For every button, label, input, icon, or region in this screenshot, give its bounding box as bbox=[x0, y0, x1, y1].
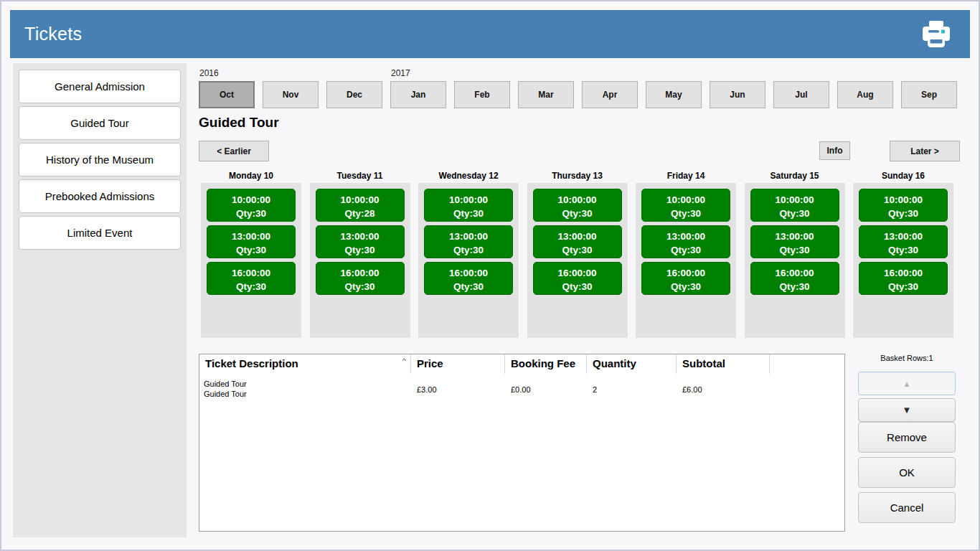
day-panel: 10:00:00 Qty:30 13:00:00 Qty:30 16:00:00… bbox=[418, 183, 519, 338]
month-tab-may[interactable]: May bbox=[646, 81, 702, 108]
cell-price: £3.00 bbox=[411, 379, 505, 399]
slot-qty: Qty:30 bbox=[534, 207, 621, 220]
time-slot-button[interactable]: 10:00:00 Qty:30 bbox=[750, 189, 839, 222]
slot-qty: Qty:30 bbox=[859, 281, 947, 293]
ok-button[interactable]: OK bbox=[858, 457, 956, 488]
cell-subtotal: £6.00 bbox=[677, 379, 770, 399]
time-slot-button[interactable]: 16:00:00 Qty:30 bbox=[750, 262, 839, 295]
day-column-saturday: Saturday 15 10:00:00 Qty:30 13:00:00 Qty… bbox=[745, 171, 845, 338]
time-slot-button[interactable]: 10:00:00 Qty:30 bbox=[533, 189, 622, 222]
time-slot-button[interactable]: 16:00:00 Qty:30 bbox=[859, 262, 948, 295]
cancel-button[interactable]: Cancel bbox=[858, 492, 956, 523]
sidebar-item-guided-tour[interactable]: Guided Tour bbox=[19, 106, 181, 140]
day-header: Friday 14 bbox=[636, 171, 736, 183]
sidebar-item-limited-event[interactable]: Limited Event bbox=[19, 216, 181, 250]
cell-booking-fee: £0.00 bbox=[505, 379, 587, 399]
time-slot-button[interactable]: 13:00:00 Qty:30 bbox=[859, 225, 948, 258]
move-down-button[interactable]: ▼ bbox=[858, 398, 956, 422]
column-header-label: Subtotal bbox=[682, 357, 725, 369]
day-header: Sunday 16 bbox=[853, 171, 953, 183]
month-tab-mar[interactable]: Mar bbox=[518, 81, 574, 108]
slot-time: 13:00:00 bbox=[207, 230, 295, 243]
slot-time: 13:00:00 bbox=[642, 230, 730, 243]
time-slot-button[interactable]: 10:00:00 Qty:30 bbox=[859, 189, 948, 222]
time-slot-button[interactable]: 16:00:00 Qty:30 bbox=[424, 262, 513, 295]
year-label-2016: 2016 bbox=[199, 68, 219, 78]
slot-time: 16:00:00 bbox=[751, 267, 839, 280]
month-tab-jan[interactable]: Jan bbox=[390, 81, 446, 108]
day-panel: 10:00:00 Qty:30 13:00:00 Qty:30 16:00:00… bbox=[201, 183, 301, 338]
slot-time: 16:00:00 bbox=[316, 267, 404, 280]
info-button[interactable]: Info bbox=[819, 141, 850, 160]
slot-qty: Qty:30 bbox=[207, 281, 295, 293]
time-slot-button[interactable]: 13:00:00 Qty:30 bbox=[207, 225, 296, 258]
time-slot-button[interactable]: 16:00:00 Qty:30 bbox=[207, 262, 296, 295]
column-header-price[interactable]: Price bbox=[411, 354, 505, 374]
day-column-thursday: Thursday 13 10:00:00 Qty:30 13:00:00 Qty… bbox=[527, 171, 628, 338]
slot-qty: Qty:30 bbox=[642, 281, 730, 293]
move-up-button[interactable]: ▲ bbox=[858, 372, 956, 395]
time-slot-button[interactable]: 16:00:00 Qty:30 bbox=[533, 262, 622, 295]
slot-qty: Qty:30 bbox=[534, 281, 621, 293]
table-row[interactable]: Guided Tour Guided Tour £3.00 £0.00 2 £6… bbox=[199, 374, 844, 399]
later-button[interactable]: Later > bbox=[890, 141, 960, 161]
day-panel: 10:00:00 Qty:30 13:00:00 Qty:30 16:00:00… bbox=[853, 183, 953, 338]
time-slot-button[interactable]: 13:00:00 Qty:30 bbox=[316, 225, 405, 258]
time-slot-button[interactable]: 13:00:00 Qty:30 bbox=[750, 225, 839, 258]
down-arrow-icon: ▼ bbox=[903, 405, 912, 415]
month-tab-apr[interactable]: Apr bbox=[582, 81, 638, 108]
column-header-label: Booking Fee bbox=[511, 357, 575, 369]
time-slot-button[interactable]: 13:00:00 Qty:30 bbox=[641, 225, 730, 258]
slot-qty: Qty:30 bbox=[207, 244, 295, 257]
slot-time: 10:00:00 bbox=[207, 194, 295, 207]
column-header-ticket-description[interactable]: Ticket Description ^ bbox=[199, 354, 411, 374]
earlier-button[interactable]: < Earlier bbox=[199, 141, 269, 161]
sidebar-item-prebooked-admissions[interactable]: Prebooked Admissions bbox=[19, 179, 181, 213]
basket-table: Ticket Description ^ Price Booking Fee Q… bbox=[199, 354, 845, 532]
day-column-sunday: Sunday 16 10:00:00 Qty:30 13:00:00 Qty:3… bbox=[853, 171, 953, 338]
slot-qty: Qty:30 bbox=[425, 207, 512, 220]
cell-ticket-description: Guided Tour Guided Tour bbox=[199, 379, 411, 399]
slot-qty: Qty:30 bbox=[751, 207, 839, 220]
slot-time: 10:00:00 bbox=[534, 194, 621, 207]
time-slot-button[interactable]: 10:00:00 Qty:30 bbox=[424, 189, 513, 222]
month-tabs: Oct Nov Dec Jan Feb Mar Apr May Jun Jul … bbox=[199, 81, 957, 108]
printer-icon[interactable] bbox=[920, 20, 953, 49]
month-tab-feb[interactable]: Feb bbox=[454, 81, 510, 108]
month-tab-jun[interactable]: Jun bbox=[710, 81, 765, 108]
slot-qty: Qty:30 bbox=[316, 281, 404, 293]
page-title: Tickets bbox=[24, 24, 82, 44]
sidebar-item-history-of-the-museum[interactable]: History of the Museum bbox=[19, 143, 181, 176]
slot-qty: Qty:30 bbox=[642, 244, 730, 257]
column-header-booking-fee[interactable]: Booking Fee bbox=[505, 354, 587, 374]
month-tab-jul[interactable]: Jul bbox=[773, 81, 829, 108]
month-tab-sep[interactable]: Sep bbox=[901, 81, 957, 108]
remove-button[interactable]: Remove bbox=[858, 422, 956, 453]
column-header-subtotal[interactable]: Subtotal bbox=[677, 354, 770, 374]
time-slot-button[interactable]: 10:00:00 Qty:30 bbox=[641, 189, 730, 222]
event-title: Guided Tour bbox=[199, 115, 279, 131]
month-tab-nov[interactable]: Nov bbox=[263, 81, 319, 108]
slot-qty: Qty:28 bbox=[316, 207, 404, 220]
slot-qty: Qty:30 bbox=[642, 207, 730, 220]
up-arrow-icon: ▲ bbox=[903, 380, 911, 388]
time-slot-button[interactable]: 16:00:00 Qty:30 bbox=[641, 262, 730, 295]
time-slot-button[interactable]: 13:00:00 Qty:30 bbox=[424, 225, 513, 258]
slot-qty: Qty:30 bbox=[425, 244, 512, 257]
day-column-tuesday: Tuesday 11 10:00:00 Qty:28 13:00:00 Qty:… bbox=[310, 171, 410, 338]
basket-table-header: Ticket Description ^ Price Booking Fee Q… bbox=[199, 354, 844, 374]
time-slot-button[interactable]: 16:00:00 Qty:30 bbox=[316, 262, 405, 295]
day-columns: Monday 10 10:00:00 Qty:30 13:00:00 Qty:3… bbox=[201, 171, 956, 338]
column-header-label: Price bbox=[417, 357, 443, 369]
slot-time: 16:00:00 bbox=[425, 267, 512, 280]
time-slot-button[interactable]: 13:00:00 Qty:30 bbox=[533, 225, 622, 258]
time-slot-button[interactable]: 10:00:00 Qty:30 bbox=[207, 189, 296, 222]
column-header-quantity[interactable]: Quantity bbox=[587, 354, 677, 374]
year-label-2017: 2017 bbox=[391, 68, 410, 78]
month-tab-dec[interactable]: Dec bbox=[326, 81, 382, 108]
time-slot-button[interactable]: 10:00:00 Qty:28 bbox=[316, 189, 405, 222]
slot-qty: Qty:30 bbox=[534, 244, 621, 257]
month-tab-aug[interactable]: Aug bbox=[837, 81, 893, 108]
month-tab-oct[interactable]: Oct bbox=[199, 81, 255, 108]
sidebar-item-general-admission[interactable]: General Admission bbox=[19, 70, 181, 103]
